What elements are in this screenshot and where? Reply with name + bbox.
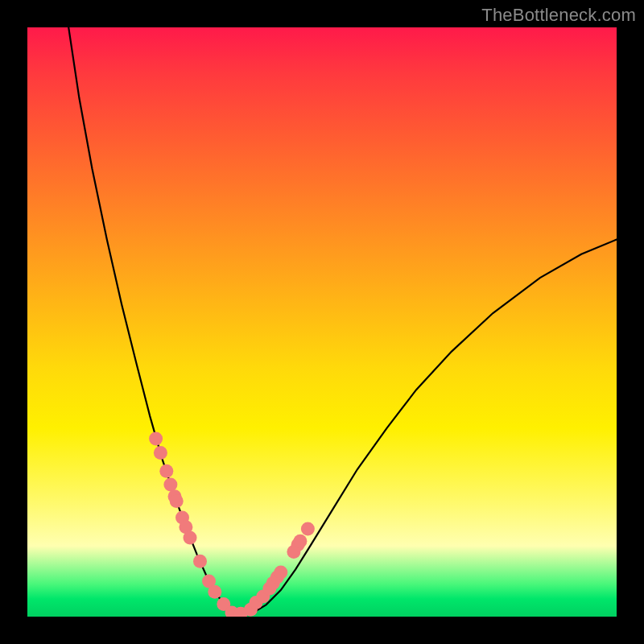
scatter-dot bbox=[301, 522, 315, 535]
scatter-dot bbox=[193, 555, 207, 568]
scatter-dot bbox=[293, 535, 307, 548]
scatter-group bbox=[149, 431, 315, 617]
plot-area bbox=[27, 27, 617, 617]
scatter-dot bbox=[184, 530, 197, 544]
chart-svg bbox=[27, 27, 617, 617]
scatter-dot bbox=[163, 478, 177, 492]
outer-frame: TheBottleneck.com bbox=[0, 0, 644, 644]
scatter-dot bbox=[159, 464, 173, 478]
scatter-dot bbox=[208, 585, 221, 599]
scatter-dot bbox=[149, 431, 163, 445]
scatter-dot bbox=[170, 494, 184, 508]
bottleneck-curve bbox=[68, 27, 617, 613]
scatter-dot bbox=[154, 446, 167, 460]
watermark-text: TheBottleneck.com bbox=[481, 5, 636, 26]
scatter-dot bbox=[274, 566, 287, 580]
